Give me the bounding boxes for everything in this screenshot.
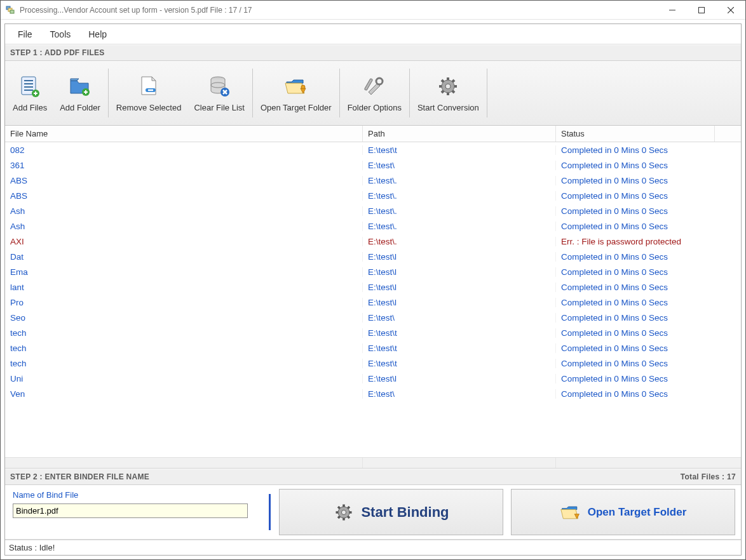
table-row[interactable]: techE:\test\tCompleted in 0 Mins 0 Secs [5,325,741,340]
column-header-status[interactable]: Status [556,126,715,142]
cell-status: Err. : File is password protected [556,237,735,246]
table-row[interactable]: techE:\test\tCompleted in 0 Mins 0 Secs [5,356,741,371]
svg-line-48 [348,507,350,509]
gear-icon [435,74,461,99]
cell-filename: tech [5,328,363,338]
folder-add-icon [67,74,93,99]
table-row[interactable]: EmaE:\test\lCompleted in 0 Mins 0 Secs [5,264,741,279]
cell-status: Completed in 0 Mins 0 Secs [556,283,735,292]
svg-line-38 [452,80,454,82]
toolbar: Add Files Add Folder [5,61,741,126]
step1-header: STEP 1 : ADD PDF FILES [5,44,741,61]
toolbar-separator [409,69,410,117]
vertical-divider [269,494,271,530]
maximize-button[interactable] [687,1,716,20]
titlebar: Processing...Vendor Account set up form … [1,1,745,20]
cell-filename: Pro [5,298,363,307]
table-row[interactable]: AshE:\test\.Completed in 0 Mins 0 Secs [5,203,741,218]
open-target-big-label: Open Target Folder [588,506,687,519]
table-row[interactable]: techE:\test\tCompleted in 0 Mins 0 Secs [5,340,741,356]
table-row[interactable]: ABSE:\test\.Completed in 0 Mins 0 Secs [5,173,741,188]
cell-path: E:\test\. [363,191,556,201]
menu-file[interactable]: File [9,25,41,43]
table-row[interactable]: AshE:\test\.Completed in 0 Mins 0 Secs [5,218,741,234]
folder-options-label: Folder Options [348,103,402,112]
gear-icon [333,502,355,523]
column-header-filename[interactable]: File Name [5,126,363,142]
folder-options-button[interactable]: Folder Options [341,61,408,125]
toolbar-separator [108,69,109,117]
table-row[interactable]: 361E:\test\Completed in 0 Mins 0 Secs [5,157,741,173]
clear-list-label: Clear File List [194,103,244,112]
client-area: File Tools Help STEP 1 : ADD PDF FILES [4,23,742,556]
step2-header-label: STEP 2 : ENTER BINDER FILE NAME [10,472,149,481]
cell-filename: Dat [5,252,363,262]
cell-filename: Ema [5,267,363,277]
menu-tools[interactable]: Tools [41,25,80,43]
cell-status: Completed in 0 Mins 0 Secs [556,343,735,353]
add-files-button[interactable]: Add Files [6,61,53,125]
clear-list-button[interactable]: Clear File List [187,61,250,125]
cell-status: Completed in 0 Mins 0 Secs [556,267,735,277]
svg-line-47 [338,516,340,518]
cell-filename: tech [5,343,363,353]
cell-filename: AXI [5,237,363,246]
close-button[interactable] [716,1,745,20]
column-header-spacer [715,126,734,142]
svg-point-27 [376,78,383,84]
folder-open-icon [560,502,581,523]
toolbar-separator [487,69,487,117]
cell-status: Completed in 0 Mins 0 Secs [556,206,735,216]
statusbar: Status : Idle! [5,540,741,555]
bind-file-input[interactable] [13,503,248,518]
folder-open-icon [283,74,309,99]
table-row[interactable]: UniE:\test\lCompleted in 0 Mins 0 Secs [5,371,741,386]
grid-body[interactable]: 082E:\test\tCompleted in 0 Mins 0 Secs36… [5,142,741,457]
cell-path: E:\test\l [363,267,556,277]
cell-path: E:\test\ [363,161,556,170]
open-target-folder-big-button[interactable]: Open Target Folder [511,489,735,535]
cell-status: Completed in 0 Mins 0 Secs [556,389,735,399]
cell-status: Completed in 0 Mins 0 Secs [556,313,735,323]
table-row[interactable]: VenE:\test\Completed in 0 Mins 0 Secs [5,386,741,401]
minimize-button[interactable] [658,1,687,20]
start-binding-label: Start Binding [361,504,449,521]
file-add-icon [17,74,43,99]
start-binding-button[interactable]: Start Binding [279,489,503,535]
table-row[interactable]: AXIE:\test\.Err. : File is password prot… [5,234,741,249]
cell-status: Completed in 0 Mins 0 Secs [556,298,735,307]
step1-header-label: STEP 1 : ADD PDF FILES [10,48,105,57]
table-row[interactable]: DatE:\test\lCompleted in 0 Mins 0 Secs [5,249,741,264]
grid-hscroll[interactable] [5,457,741,468]
open-target-folder-button[interactable]: Open Target Folder [254,61,338,125]
start-conversion-label: Start Conversion [417,103,479,112]
remove-selected-button[interactable]: Remove Selected [110,61,188,125]
database-delete-icon [207,74,232,99]
status-text: Status : Idle! [9,543,55,552]
cell-path: E:\test\t [363,359,556,368]
cell-filename: 361 [5,161,363,170]
add-folder-button[interactable]: Add Folder [53,61,107,125]
table-row[interactable]: 082E:\test\tCompleted in 0 Mins 0 Secs [5,142,741,157]
add-files-label: Add Files [13,103,47,112]
svg-line-45 [338,507,340,509]
table-row[interactable]: ABSE:\test\.Completed in 0 Mins 0 Secs [5,188,741,203]
table-row[interactable]: SeoE:\test\Completed in 0 Mins 0 Secs [5,310,741,325]
toolbar-separator [252,69,253,117]
table-row[interactable]: ProE:\test\lCompleted in 0 Mins 0 Secs [5,295,741,310]
step2-panel: Name of Bind File [5,485,741,540]
start-conversion-button[interactable]: Start Conversion [411,61,485,125]
column-header-path[interactable]: Path [363,126,556,142]
menu-help[interactable]: Help [79,25,116,43]
table-row[interactable]: lantE:\test\lCompleted in 0 Mins 0 Secs [5,279,741,295]
grid-header: File Name Path Status [5,126,741,142]
file-grid: File Name Path Status 082E:\test\tComple… [5,126,741,469]
cell-status: Completed in 0 Mins 0 Secs [556,222,735,231]
cell-filename: Ash [5,206,363,216]
svg-line-35 [442,80,444,82]
cell-path: E:\test\ [363,389,556,399]
cell-filename: lant [5,283,363,292]
menubar: File Tools Help [5,24,741,44]
total-files-label: Total Files : 17 [681,472,736,481]
cell-status: Completed in 0 Mins 0 Secs [556,359,735,368]
